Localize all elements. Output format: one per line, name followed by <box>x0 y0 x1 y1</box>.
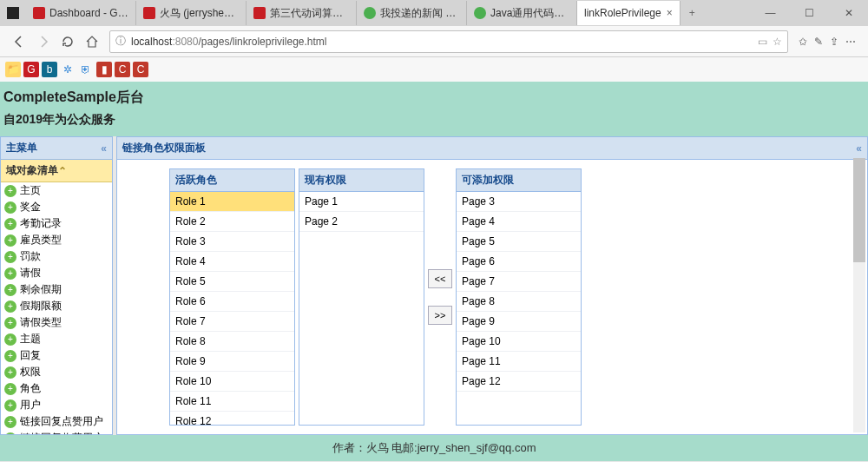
sidebar-item[interactable]: +主页 <box>1 182 112 199</box>
refresh-button[interactable] <box>56 30 80 54</box>
list-item[interactable]: Role 4 <box>170 252 294 272</box>
bookmark-c1-icon[interactable]: C <box>115 62 130 77</box>
list-item[interactable]: Page 9 <box>457 312 581 332</box>
reader-icon[interactable]: ▭ <box>758 36 767 48</box>
plus-icon: + <box>4 333 16 346</box>
browser-tab[interactable]: 火鸟 (jerryshensjf) - Git <box>136 1 247 25</box>
transfer-buttons: << >> <box>428 168 452 426</box>
list-item[interactable]: Page 10 <box>457 332 581 352</box>
address-bar[interactable]: ⓘ localhost:8080/pages/linkroleprivilege… <box>109 30 788 53</box>
sidebar-item[interactable]: +主题 <box>1 331 112 347</box>
current-privileges-listbox: 现有权限 Page 1Page 2 <box>299 168 424 426</box>
sidebar-item[interactable]: +请假 <box>1 265 112 281</box>
plus-icon: + <box>4 383 16 395</box>
home-button[interactable] <box>80 30 104 54</box>
share-icon[interactable]: ⇪ <box>830 36 838 48</box>
maximize-button[interactable]: ☐ <box>790 0 829 26</box>
list-item[interactable]: Page 2 <box>299 212 424 232</box>
sidebar-item-label: 考勤记录 <box>20 216 62 231</box>
scroll-thumb[interactable] <box>853 158 865 262</box>
list-item[interactable]: Page 5 <box>457 232 581 252</box>
list-item[interactable]: Page 8 <box>457 292 581 312</box>
sidebar-item[interactable]: +角色 <box>1 380 112 397</box>
more-icon[interactable]: ⋯ <box>845 36 856 48</box>
list-item[interactable]: Page 7 <box>457 272 581 292</box>
sidebar-menu-list: +主页+奖金+考勤记录+雇员类型+罚款+请假+剩余假期+假期限额+请假类型+主题… <box>1 182 112 434</box>
sidebar-item-label: 罚款 <box>20 249 41 264</box>
list-item[interactable]: Page 1 <box>299 192 424 212</box>
list-item[interactable]: Page 3 <box>457 192 581 212</box>
back-button[interactable] <box>7 30 31 54</box>
plus-icon: + <box>4 218 16 230</box>
c-green-icon <box>474 7 486 19</box>
sidebar: 主菜单 « 域对象清单 ⌃ +主页+奖金+考勤记录+雇员类型+罚款+请假+剩余假… <box>0 136 113 435</box>
sidebar-sub-header[interactable]: 域对象清单 ⌃ <box>1 160 112 182</box>
collapse-icon[interactable]: ⌃ <box>58 165 67 177</box>
new-tab-button[interactable]: + <box>681 7 704 19</box>
list-item[interactable]: Role 6 <box>170 292 294 312</box>
favorites-icon[interactable]: ✩ <box>799 36 807 48</box>
list-item[interactable]: Role 12 <box>170 412 294 425</box>
list-item[interactable]: Page 11 <box>457 352 581 372</box>
browser-tab[interactable]: Java通用代码生成器光 <box>467 1 577 25</box>
sidebar-item[interactable]: +雇员类型 <box>1 232 112 248</box>
sidebar-item[interactable]: +剩余假期 <box>1 281 112 298</box>
move-right-button[interactable]: >> <box>428 306 452 325</box>
list-item[interactable]: Role 5 <box>170 272 294 292</box>
sidebar-main-header[interactable]: 主菜单 « <box>1 137 112 160</box>
notes-icon[interactable]: ✎ <box>814 36 823 48</box>
sidebar-item[interactable]: +假期限额 <box>1 298 112 314</box>
browser-tab[interactable]: linkRolePrivilege× <box>577 1 681 25</box>
list-item[interactable]: Role 9 <box>170 352 294 372</box>
collapse-icon[interactable]: « <box>856 142 862 155</box>
tab-title: 火鸟 (jerryshensjf) - Git <box>160 6 239 21</box>
browser-tab[interactable]: Dashboard - Gitee <box>26 1 136 25</box>
bookmark-folder-icon[interactable]: 📁 <box>5 62 21 77</box>
move-left-button[interactable]: << <box>428 269 452 288</box>
sidebar-item[interactable]: +奖金 <box>1 199 112 215</box>
nav-bar: ⓘ localhost:8080/pages/linkroleprivilege… <box>0 26 868 57</box>
bookmark-paw-icon[interactable]: ✲ <box>60 62 76 77</box>
tab-title: Dashboard - Gitee <box>49 7 128 19</box>
sidebar-item[interactable]: +罚款 <box>1 248 112 265</box>
sidebar-item-label: 主题 <box>20 332 41 346</box>
plus-icon: + <box>4 300 16 313</box>
sidebar-item[interactable]: +请假类型 <box>1 314 112 331</box>
bookmark-c2-icon[interactable]: C <box>133 62 148 77</box>
tab-title: 第三代动词算子式代码 <box>270 6 349 21</box>
sidebar-item[interactable]: +用户 <box>1 397 112 413</box>
sidebar-item[interactable]: +链接回复点赞用户 <box>1 413 112 430</box>
list-item[interactable]: Role 3 <box>170 232 294 252</box>
content-header: 链接角色权限面板 « <box>117 137 867 160</box>
svg-rect-0 <box>7 7 19 19</box>
list-item[interactable]: Page 4 <box>457 212 581 232</box>
available-privileges-listbox: 可添加权限 Page 3Page 4Page 5Page 6Page 7Page… <box>456 168 582 426</box>
bookmark-bing-icon[interactable]: b <box>42 62 57 77</box>
list-item[interactable]: Role 8 <box>170 332 294 352</box>
close-window-button[interactable]: ✕ <box>829 0 868 26</box>
bookmark-book-icon[interactable]: ▮ <box>96 62 112 77</box>
sidebar-item[interactable]: +权限 <box>1 364 112 380</box>
favorite-icon[interactable]: ☆ <box>773 36 782 48</box>
sidebar-item[interactable]: +链接回复收藏用户 <box>1 430 112 434</box>
sidebar-item[interactable]: +回复 <box>1 347 112 364</box>
sidebar-item[interactable]: +考勤记录 <box>1 215 112 232</box>
bookmark-shield-icon[interactable]: ⛨ <box>78 62 94 77</box>
tab-close-icon[interactable]: × <box>667 7 673 19</box>
scrollbar[interactable] <box>853 158 865 432</box>
list-item[interactable]: Role 10 <box>170 372 294 392</box>
list-item[interactable]: Role 1 <box>170 192 294 212</box>
minimize-button[interactable]: — <box>751 0 790 26</box>
list-item[interactable]: Page 12 <box>457 372 581 392</box>
current-header: 现有权限 <box>299 169 424 192</box>
browser-tab[interactable]: 我投递的新闻 - MS&A( <box>357 1 467 25</box>
list-item[interactable]: Page 6 <box>457 252 581 272</box>
list-item[interactable]: Role 11 <box>170 392 294 412</box>
collapse-icon[interactable]: « <box>101 142 107 155</box>
list-item[interactable]: Role 7 <box>170 312 294 332</box>
list-item[interactable]: Role 2 <box>170 212 294 232</box>
bookmark-gitee-icon[interactable]: G <box>23 62 39 77</box>
browser-tab[interactable]: 第三代动词算子式代码 <box>247 1 357 25</box>
forward-button[interactable] <box>31 30 56 54</box>
sidebar-item-label: 奖金 <box>20 200 41 214</box>
